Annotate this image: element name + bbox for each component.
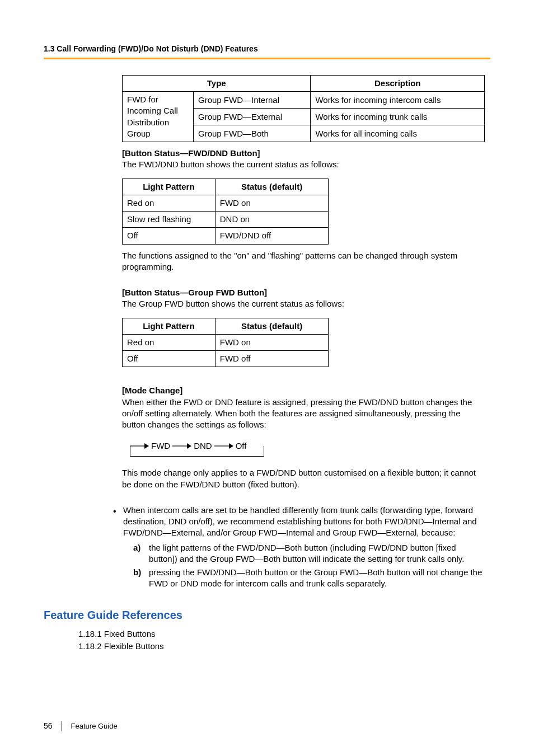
table-row: Slow red flashing DND on <box>123 212 329 228</box>
accent-bar <box>44 58 490 59</box>
sub-text: pressing the FWD/DND—Both button or the … <box>149 567 485 590</box>
col-status: Status (default) <box>215 318 329 334</box>
footer-label: Feature Guide <box>71 721 118 731</box>
section-title: 1.3 Call Forwarding (FWD)/Do Not Disturb… <box>44 44 490 58</box>
cell-status: FWD on <box>215 195 329 211</box>
mode-change-p1: When either the FWD or DND feature is as… <box>122 397 485 431</box>
bullet-text: When intercom calls are set to be handle… <box>123 505 485 539</box>
sub-marker: a) <box>133 542 149 565</box>
col-status: Status (default) <box>215 179 329 195</box>
table-row: Off FWD/DND off <box>123 228 329 244</box>
sub-list: a) the light patterns of the FWD/DND—Bot… <box>123 542 485 590</box>
mode-change-diagram: FWD DND Off <box>130 435 264 457</box>
cell-pattern: Off <box>123 351 216 367</box>
footer-divider <box>62 721 62 731</box>
col-light-pattern: Light Pattern <box>123 318 216 334</box>
cell-status: DND on <box>215 212 329 228</box>
cell-status: FWD off <box>215 351 329 367</box>
page-number: 56 <box>44 721 53 731</box>
cell-status: FWD on <box>215 334 329 350</box>
page-footer: 56 Feature Guide <box>44 721 118 731</box>
bullet-icon: • <box>113 505 123 592</box>
row-group-label: FWD for Incoming Call Distribution Group <box>123 92 194 142</box>
intro-fwd-dnd: The FWD/DND button shows the current sta… <box>122 159 485 170</box>
references-heading: Feature Guide References <box>44 608 490 623</box>
reference-item: 1.18.1 Fixed Buttons <box>78 628 490 640</box>
sub-item-b: b) pressing the FWD/DND—Both button or t… <box>133 567 485 590</box>
table-row: Off FWD off <box>123 351 329 367</box>
subheading-fwd-dnd: [Button Status—FWD/DND Button] <box>122 148 485 159</box>
group-fwd-status-table: Light Pattern Status (default) Red on FW… <box>122 318 329 368</box>
reference-item: 1.18.2 Flexible Buttons <box>78 641 490 652</box>
recommendation-bullet: • When intercom calls are set to be hand… <box>113 505 485 592</box>
references-list: 1.18.1 Fixed Buttons 1.18.2 Flexible But… <box>44 628 490 652</box>
table-row: Red on FWD on <box>123 334 329 350</box>
cell-desc: Works for all incoming calls <box>311 125 485 142</box>
cell-pattern: Off <box>123 228 216 244</box>
subheading-group-fwd: [Button Status—Group FWD Button] <box>122 287 485 298</box>
fwd-dnd-footnote: The functions assigned to the "on" and "… <box>122 250 485 273</box>
cell-type: Group FWD—External <box>194 109 311 125</box>
cell-pattern: Red on <box>123 195 216 211</box>
cell-desc: Works for incoming intercom calls <box>311 92 485 109</box>
cell-status: FWD/DND off <box>215 228 329 244</box>
sub-text: the light patterns of the FWD/DND—Both b… <box>149 542 485 565</box>
sub-item-a: a) the light patterns of the FWD/DND—Bot… <box>133 542 485 565</box>
cell-pattern: Slow red flashing <box>123 212 216 228</box>
mode-loop-line <box>130 446 264 457</box>
page: 1.3 Call Forwarding (FWD)/Do Not Disturb… <box>0 0 534 756</box>
intro-group-fwd: The Group FWD button shows the current s… <box>122 298 485 309</box>
table-row: FWD for Incoming Call Distribution Group… <box>123 92 485 109</box>
subheading-mode-change: [Mode Change] <box>122 385 485 396</box>
col-description: Description <box>311 75 485 91</box>
cell-type: Group FWD—Both <box>194 125 311 142</box>
table-row: Red on FWD on <box>123 195 329 211</box>
fwd-type-table: Type Description FWD for Incoming Call D… <box>122 75 485 142</box>
sub-marker: b) <box>133 567 149 590</box>
col-type: Type <box>123 75 311 91</box>
cell-desc: Works for incoming trunk calls <box>311 109 485 125</box>
content-area: Type Description FWD for Incoming Call D… <box>122 75 485 592</box>
fwd-dnd-status-table: Light Pattern Status (default) Red on FW… <box>122 179 329 245</box>
mode-change-p2: This mode change only applies to a FWD/D… <box>122 467 485 490</box>
cell-pattern: Red on <box>123 334 216 350</box>
col-light-pattern: Light Pattern <box>123 179 216 195</box>
cell-type: Group FWD—Internal <box>194 92 311 109</box>
